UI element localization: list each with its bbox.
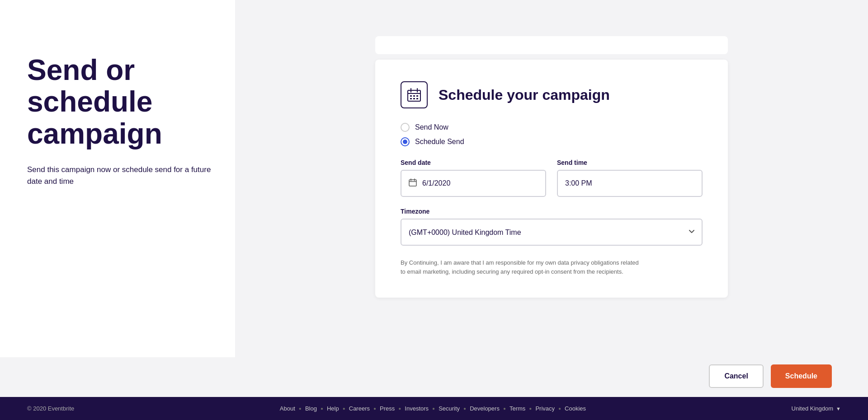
schedule-button[interactable]: Schedule	[771, 364, 832, 388]
footer-link-blog[interactable]: Blog	[305, 405, 317, 412]
timezone-label: Timezone	[401, 208, 703, 215]
footer-sep-7: ●	[463, 406, 466, 411]
footer-region[interactable]: United Kingdom ▼	[792, 405, 841, 412]
send-options-group: Send Now Schedule Send	[401, 123, 703, 146]
svg-rect-7	[410, 98, 412, 99]
schedule-send-label: Schedule Send	[415, 138, 464, 146]
schedule-send-option[interactable]: Schedule Send	[401, 137, 703, 146]
card-top-strip	[375, 36, 728, 54]
footer: © 2020 Eventbrite About ● Blog ● Help ● …	[0, 397, 868, 420]
left-panel: Send or schedule campaign Send this camp…	[0, 0, 235, 357]
send-now-option[interactable]: Send Now	[401, 123, 703, 132]
hero-title: Send or schedule campaign	[27, 54, 217, 149]
timezone-group: Timezone (GMT+0000) United Kingdom Time …	[401, 208, 703, 246]
action-row: Cancel Schedule	[0, 357, 868, 397]
footer-link-terms[interactable]: Terms	[509, 405, 525, 412]
send-time-input-wrapper[interactable]	[557, 170, 703, 197]
footer-sep-3: ●	[343, 406, 345, 411]
timezone-select-wrapper: (GMT+0000) United Kingdom Time ( GMT-050…	[401, 219, 703, 246]
disclaimer-text: By Continuing, I am aware that I am resp…	[401, 258, 645, 276]
svg-rect-6	[416, 95, 418, 97]
footer-sep-6: ●	[432, 406, 435, 411]
footer-sep-1: ●	[299, 406, 302, 411]
send-date-input-wrapper[interactable]	[401, 170, 546, 197]
send-time-label: Send time	[557, 159, 703, 166]
svg-rect-4	[410, 95, 412, 97]
footer-sep-8: ●	[503, 406, 506, 411]
footer-sep-9: ●	[529, 406, 532, 411]
card-title: Schedule your campaign	[439, 87, 610, 103]
footer-link-cookies[interactable]: Cookies	[565, 405, 586, 412]
send-now-radio[interactable]	[401, 123, 410, 132]
send-date-label: Send date	[401, 159, 546, 166]
right-panel: Schedule your campaign Send Now Schedule…	[235, 0, 868, 357]
svg-rect-5	[413, 95, 415, 97]
footer-copyright: © 2020 Eventbrite	[27, 405, 74, 412]
card-header: Schedule your campaign	[401, 81, 703, 108]
footer-link-press[interactable]: Press	[380, 405, 395, 412]
footer-link-security[interactable]: Security	[439, 405, 460, 412]
footer-region-chevron-icon: ▼	[836, 406, 841, 411]
timezone-select[interactable]: (GMT+0000) United Kingdom Time ( GMT-050…	[401, 219, 703, 246]
footer-link-investors[interactable]: Investors	[405, 405, 429, 412]
footer-link-about[interactable]: About	[280, 405, 295, 412]
footer-links: About ● Blog ● Help ● Careers ● Press ● …	[280, 405, 586, 412]
send-date-group: Send date	[401, 159, 546, 197]
date-time-row: Send date Sen	[401, 159, 703, 197]
cancel-button[interactable]: Cancel	[709, 364, 763, 388]
footer-link-privacy[interactable]: Privacy	[535, 405, 555, 412]
svg-rect-10	[409, 180, 416, 186]
footer-sep-5: ●	[398, 406, 401, 411]
calendar-icon	[401, 81, 428, 108]
hero-subtitle: Send this campaign now or schedule send …	[27, 164, 217, 187]
date-calendar-icon	[409, 178, 417, 188]
send-now-label: Send Now	[415, 123, 448, 131]
svg-rect-8	[413, 98, 415, 99]
schedule-send-radio[interactable]	[401, 137, 410, 146]
send-date-input[interactable]	[422, 179, 538, 187]
footer-region-label: United Kingdom	[792, 405, 834, 412]
send-time-group: Send time	[557, 159, 703, 197]
svg-rect-9	[416, 98, 418, 99]
send-time-input[interactable]	[565, 179, 694, 187]
footer-sep-2: ●	[321, 406, 323, 411]
footer-link-developers[interactable]: Developers	[470, 405, 500, 412]
schedule-card: Schedule your campaign Send Now Schedule…	[375, 60, 728, 298]
footer-link-careers[interactable]: Careers	[349, 405, 370, 412]
footer-sep-4: ●	[373, 406, 376, 411]
footer-sep-10: ●	[558, 406, 561, 411]
footer-link-help[interactable]: Help	[327, 405, 339, 412]
